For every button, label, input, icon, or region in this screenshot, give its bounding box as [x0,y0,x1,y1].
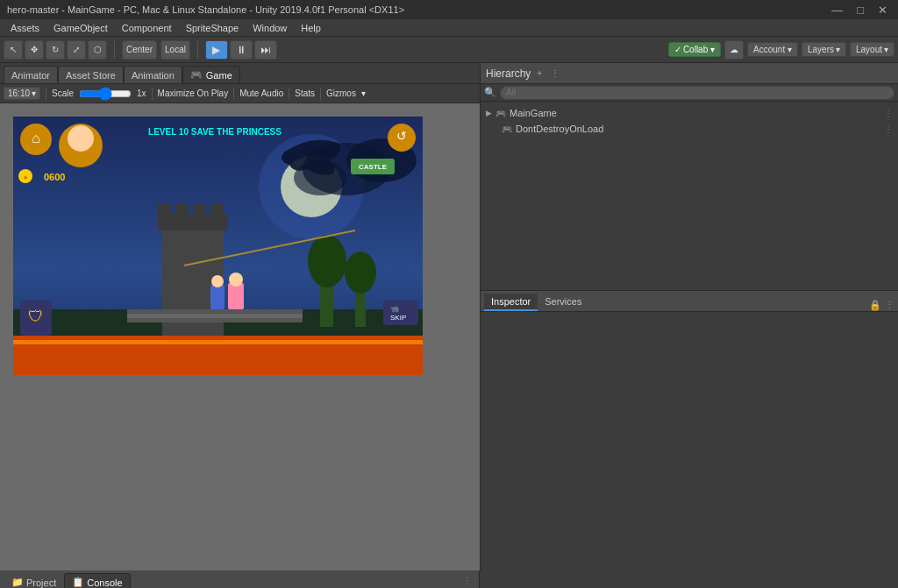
tab-animation[interactable]: Animation [124,66,182,83]
menu-window[interactable]: Window [246,23,294,33]
tab-game-icon: 🎮 [190,69,203,81]
minimize-btn[interactable]: — [828,4,846,17]
hierarchy-search-input[interactable] [500,86,894,100]
inspector-tab-bar: Inspector Services 🔒 ⋮ [481,291,898,312]
svg-point-42 [345,251,376,294]
layers-label: Layers [808,45,834,54]
menu-component[interactable]: Component [115,23,179,33]
game-canvas: ⌂ ● 0600 LEVEL 10 SAVE THE PRINCESS ↺ [0,103,480,570]
local-toggle[interactable]: Local [160,40,190,60]
tool-btn-4[interactable]: ⬡ [88,40,107,60]
tool-btn-1[interactable]: ✥ [25,40,44,60]
gtoolbar-sep5 [320,88,321,100]
menu-help[interactable]: Help [294,23,328,33]
playmode-group: ▶ ⏸ ⏭ [205,40,277,60]
item-menu-icon[interactable]: ⋮ [884,109,893,118]
console-tab-label: Console [87,577,122,588]
pause-btn[interactable]: ⏸ [230,40,253,60]
tool-btn-2[interactable]: ↻ [46,40,65,60]
menu-gameobject[interactable]: GameObject [46,23,115,33]
aspect-dropdown[interactable]: 16:10 ▾ [4,87,40,100]
main-content: Animator Asset Store Animation 🎮 Game 16… [0,63,898,570]
title-text: hero-master - MainGame - PC, Mac & Linux… [7,4,404,15]
window-controls: — □ ✕ [828,4,891,17]
menu-bar: Assets GameObject Component SpriteShape … [0,19,898,37]
title-bar: hero-master - MainGame - PC, Mac & Linux… [0,0,898,19]
inspector-lock-icon[interactable]: 🔒 [869,300,881,311]
center-label: Center [126,45,153,54]
svg-text:⌂: ⌂ [32,131,40,145]
inspector-content [481,312,898,570]
maximize-btn[interactable]: □ [853,4,867,17]
svg-text:CASTLE: CASTLE [359,163,388,171]
hierarchy-panel: Hierarchy + ⋮ 🔍 ▶ 🎮 MainGame ⋮ 🎮 DontDes… [481,63,898,291]
hierarchy-item-dontdestroy[interactable]: 🎮 DontDestroyOnLoad ⋮ [481,121,898,137]
cloud-btn[interactable]: ☁ [724,40,744,60]
center-toggle[interactable]: Center [122,40,157,60]
close-btn[interactable]: ✕ [874,4,891,17]
tool-btn-3[interactable]: ⤢ [67,40,86,60]
item-menu-icon-1[interactable]: ⋮ [884,124,893,134]
sep-2 [197,41,198,59]
menu-spriteshape[interactable]: SpriteShape [179,23,246,33]
toolbar-right: ✓ Collab ▾ ☁ Account ▾ Layers ▾ Layout ▾ [668,40,894,60]
svg-text:🛡: 🛡 [28,308,44,325]
scene-icon: 🎮 [495,109,506,118]
bottom-panel-menu[interactable]: ⋮ [459,572,475,588]
left-tab-bar: Animator Asset Store Animation 🎮 Game [0,63,480,84]
svg-text:0600: 0600 [44,172,65,182]
svg-point-18 [229,273,243,287]
gizmos-btn[interactable]: Gizmos [326,89,356,98]
layout-btn[interactable]: Layout ▾ [850,42,894,57]
hierarchy-content: ▶ 🎮 MainGame ⋮ 🎮 DontDestroyOnLoad ⋮ [481,102,898,290]
svg-text:SKIP: SKIP [390,314,406,322]
tab-asset-store-label: Asset Store [66,70,116,81]
game-toolbar: 16:10 ▾ Scale 1x Maximize On Play Mute A… [0,84,480,103]
stats-btn[interactable]: Stats [295,89,315,98]
tab-services[interactable]: Services [538,294,588,311]
svg-rect-11 [158,204,171,222]
gtoolbar-sep2 [152,88,153,100]
hierarchy-add-btn[interactable]: + [534,67,545,79]
gtoolbar-sep1 [46,88,46,100]
hierarchy-item-maingame[interactable]: ▶ 🎮 MainGame ⋮ [481,105,898,121]
tab-game[interactable]: 🎮 Game [182,66,240,83]
inspector-panel: Inspector Services 🔒 ⋮ [481,291,898,570]
search-icon: 🔍 [484,87,496,98]
menu-assets[interactable]: Assets [4,23,46,33]
scale-label: Scale [52,89,74,98]
hierarchy-menu-btn[interactable]: ⋮ [548,67,562,79]
tool-btn-0[interactable]: ↖ [4,40,23,60]
svg-text:📹: 📹 [390,304,399,313]
tab-project[interactable]: 📁 Project [4,573,64,588]
hierarchy-header: Hierarchy + ⋮ [481,63,898,84]
expand-arrow: ▶ [486,109,492,117]
svg-rect-19 [210,285,224,309]
svg-point-40 [308,235,346,287]
maximize-on-play-btn[interactable]: Maximize On Play [158,89,229,98]
svg-rect-17 [228,283,244,309]
play-btn[interactable]: ▶ [205,40,228,60]
tab-console[interactable]: 📋 Console [64,573,130,588]
mute-audio-btn[interactable]: Mute Audio [239,89,283,98]
layers-btn[interactable]: Layers ▾ [802,42,846,57]
sep-1 [114,41,115,59]
collab-btn[interactable]: ✓ Collab ▾ [668,42,721,57]
account-btn[interactable]: Account ▾ [747,42,798,57]
tab-asset-store[interactable]: Asset Store [58,66,124,83]
bottom-tab-bar: 📁 Project 📋 Console ⋮ [0,570,479,588]
gtoolbar-sep4 [289,88,289,100]
tab-inspector[interactable]: Inspector [484,294,538,311]
svg-text:LEVEL 10 SAVE THE PRINCESS: LEVEL 10 SAVE THE PRINCESS [148,127,282,137]
game-scene-svg: ⌂ ● 0600 LEVEL 10 SAVE THE PRINCESS ↺ [13,117,423,375]
inspector-menu-icon[interactable]: ⋮ [885,300,894,311]
console-tab-icon: 📋 [72,577,84,588]
svg-point-20 [211,275,224,287]
step-btn[interactable]: ⏭ [254,40,277,60]
tab-animator[interactable]: Animator [4,66,58,83]
hierarchy-item-label-0: MainGame [510,108,557,118]
toolbar: ↖ ✥ ↻ ⤢ ⬡ Center Local ▶ ⏸ ⏭ ✓ Collab ▾ … [0,37,898,63]
scale-slider[interactable] [79,89,132,98]
left-panel: Animator Asset Store Animation 🎮 Game 16… [0,63,480,570]
layout-label: Layout [856,45,882,54]
